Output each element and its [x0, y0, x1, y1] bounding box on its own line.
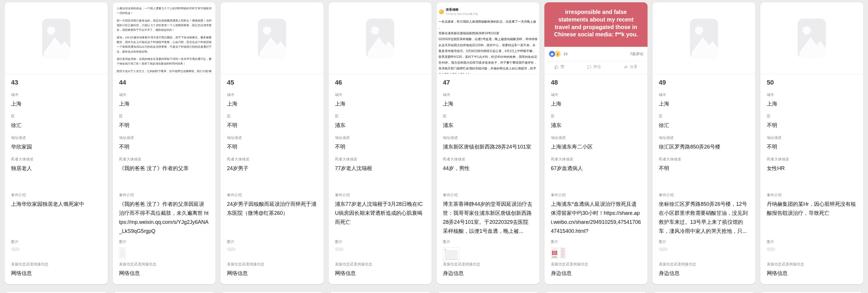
- field-direct: 直接信息还是间接信息 网络信息: [335, 262, 425, 284]
- share-action: 分享: [624, 64, 638, 69]
- field-address: 地址描述 徐汇区罗秀路850弄26号楼: [659, 136, 749, 151]
- field-district: 区 不明: [767, 114, 857, 130]
- image-thumb-slot[interactable]: [119, 247, 210, 259]
- card-number: 49: [659, 79, 749, 86]
- thumbnail-text-lines: [445, 251, 458, 258]
- attachment-thumbnail[interactable]: [659, 247, 668, 251]
- attachment-thumbnail[interactable]: [11, 247, 20, 251]
- field-value-deceased: 女性HR: [767, 164, 857, 173]
- facebook-status-text: irresponsible and false statements about…: [552, 8, 640, 39]
- field-label-address: 地址描述: [443, 136, 533, 140]
- card-media[interactable]: [329, 2, 432, 74]
- card-media[interactable]: [760, 2, 863, 74]
- field-event: 事件介绍 24岁男子因核酸而延误治疗而猝死于浦东医院（微博@红茶260）: [227, 193, 317, 236]
- field-label-image: 图片: [767, 240, 857, 244]
- attachment-thumbnail-document[interactable]: [119, 247, 126, 259]
- card-media[interactable]: [5, 2, 108, 74]
- field-label-district: 区: [227, 114, 317, 118]
- field-district: 区 不明: [119, 114, 210, 130]
- card-media[interactable]: 茶香禅静 4-2 02:31 来自 iPhone客户端 一名志愿者，昨日我投入路…: [437, 2, 540, 74]
- card-media[interactable]: 人都没有这样的机会，一个病人需要几十个人的同时帮助和关怀才有可能获得一丝的机会！…: [113, 2, 216, 74]
- field-label-direct: 直接信息还是间接信息: [551, 262, 641, 266]
- field-city: 城市 上海: [11, 93, 101, 109]
- record-card[interactable]: 46 城市 上海 区 浦东 地址描述 不明 死者大体描述 77岁老人沈瑞根 事件…: [329, 2, 432, 284]
- field-district: 区 浦东: [443, 114, 533, 130]
- record-card-partial[interactable]: [220, 292, 323, 293]
- field-deceased: 死者大体描述 77岁老人沈瑞根: [335, 157, 425, 187]
- image-thumb-slot[interactable]: [335, 247, 425, 259]
- field-label-deceased: 死者大体描述: [443, 157, 533, 161]
- share-arrow-icon: [624, 65, 628, 69]
- attachment-thumbnail-chat-list[interactable]: [560, 247, 566, 259]
- record-card[interactable]: 人都没有这样的机会，一个病人需要几十个人的同时帮助和关怀才有可能获得一丝的机会！…: [113, 2, 216, 284]
- field-value-event: 上海华欣家园独居老人饿死家中: [11, 200, 101, 236]
- field-direct: 直接信息还是间接信息 身边信息: [551, 262, 641, 284]
- card-media[interactable]: irresponsible and false statements about…: [545, 2, 648, 74]
- record-card-partial[interactable]: [329, 292, 432, 293]
- record-card[interactable]: 49 城市 上海 区 徐汇 地址描述 徐汇区罗秀路850弄26号楼 死者大体描述…: [652, 2, 755, 284]
- comment-action-label: 评论: [593, 64, 601, 69]
- field-value-city: 上海: [11, 99, 101, 109]
- record-card-partial[interactable]: [113, 292, 216, 293]
- attachment-thumbnail[interactable]: [227, 247, 236, 251]
- image-thumb-slot[interactable]: [11, 247, 101, 259]
- article-paragraph: 人都没有这样的机会，一个病人需要几十个人的同时帮助和关怀才有可能获得一丝的机会！: [117, 6, 212, 16]
- field-label-city: 城市: [227, 93, 317, 97]
- attachment-thumbnail-screenshot[interactable]: [443, 247, 460, 261]
- attachment-thumbnail[interactable]: [767, 247, 775, 251]
- weibo-text-line: 在44岁。我大伯和我大伯母70多岁老来丧子，对于整个事情我不做评价，: [439, 60, 537, 65]
- field-city: 城市 上海: [767, 93, 857, 109]
- field-value-deceased: 77岁老人沈瑞根: [335, 164, 425, 173]
- field-value-deceased: 44岁，男性: [443, 164, 533, 173]
- card-media[interactable]: [652, 2, 755, 74]
- weibo-text-line: 合十][合十][合十][合十]: [439, 71, 537, 74]
- thumbnail-text-lines: [552, 248, 557, 250]
- record-card-partial[interactable]: [437, 292, 540, 293]
- field-city: 城市 上海: [443, 93, 533, 109]
- field-value-city: 上海: [227, 99, 317, 109]
- record-card[interactable]: 50 城市 上海 区 不明 地址描述 不明 死者大体描述 女性HR 事件介绍 丹…: [760, 2, 863, 284]
- field-value-deceased: 不明: [659, 164, 749, 173]
- record-card[interactable]: 茶香禅静 4-2 02:31 来自 iPhone客户端 一名志愿者，昨日我投入路…: [437, 2, 540, 284]
- field-label-image: 图片: [119, 240, 210, 244]
- comment-count: 7条评论: [630, 52, 644, 57]
- field-value-direct: 身边信息: [659, 269, 749, 278]
- field-value-direct: 网络信息: [11, 269, 101, 278]
- image-thumb-slot[interactable]: [659, 247, 749, 259]
- attachment-thumbnail-red-post[interactable]: [551, 247, 558, 259]
- field-value-direct: 网络信息: [767, 269, 857, 278]
- card-number: 46: [335, 79, 425, 86]
- record-card-partial[interactable]: [652, 292, 755, 293]
- field-value-event: 丹纳赫集团的某Hr，因心脏猝死没有核酸报告耽误治疗，导致死亡: [767, 200, 857, 236]
- record-card-partial[interactable]: [5, 292, 108, 293]
- field-label-image: 图片: [659, 240, 749, 244]
- weibo-text-line: 从这天开始我大伯停地电话12345，疾控中心，居委转运车一直不来。永: [439, 42, 537, 48]
- card-number: 50: [767, 79, 857, 86]
- record-card[interactable]: 45 城市 上海 区 不明 地址描述 不明 死者大体描述 24岁男子 事件介绍 …: [220, 2, 323, 284]
- record-card-partial[interactable]: [760, 292, 863, 293]
- field-deceased: 死者大体描述 女性HR: [767, 157, 857, 187]
- image-placeholder: [5, 2, 108, 74]
- field-event: 事件介绍 丹纳赫集团的某Hr，因心脏猝死没有核酸报告耽误治疗，导致死亡: [767, 193, 857, 236]
- field-label-address: 地址描述: [227, 136, 317, 140]
- record-card[interactable]: irresponsible and false statements about…: [545, 2, 648, 284]
- field-label-direct: 直接信息还是间接信息: [227, 262, 317, 266]
- card-body: 50 城市 上海 区 不明 地址描述 不明 死者大体描述 女性HR 事件介绍 丹…: [760, 74, 863, 284]
- card-body: 48 城市 上海 区 浦东 地址描述 上海浦东寿二小区 死者大体描述 67岁血透…: [545, 74, 648, 284]
- field-image: 图片: [335, 240, 425, 259]
- image-thumb-slot[interactable]: [551, 247, 641, 259]
- card-media[interactable]: [220, 2, 323, 74]
- record-card[interactable]: 43 城市 上海 区 徐汇 地址描述 华欣家园 死者大体描述 独居老人 事件介绍…: [5, 2, 108, 284]
- field-value-deceased: 24岁男子: [227, 164, 317, 173]
- field-value-city: 上海: [119, 99, 210, 109]
- field-district: 区 不明: [227, 114, 317, 130]
- image-thumb-slot[interactable]: [443, 247, 533, 259]
- image-thumb-slot[interactable]: [227, 247, 317, 259]
- field-value-direct: 网络信息: [335, 269, 425, 278]
- record-card-partial[interactable]: [545, 292, 648, 293]
- image-thumb-slot[interactable]: [767, 247, 857, 259]
- attachment-thumbnail[interactable]: [335, 247, 344, 251]
- field-label-event: 事件介绍: [335, 193, 425, 197]
- field-image: 图片: [767, 240, 857, 259]
- field-label-event: 事件介绍: [227, 193, 317, 197]
